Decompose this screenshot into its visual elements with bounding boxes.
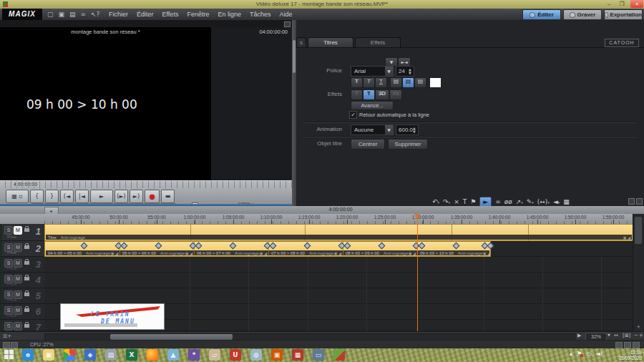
minimize-button[interactable]: – <box>602 0 615 8</box>
lock-icon[interactable] <box>24 261 29 265</box>
start-button[interactable] <box>4 350 15 361</box>
track-name-label[interactable]: Piste : <box>7 250 19 255</box>
range-end-button[interactable]: } <box>45 190 59 203</box>
preview-detach-icon[interactable] <box>284 21 291 27</box>
track-options-icon[interactable]: ☰+ <box>3 333 11 339</box>
chevron-down-icon[interactable]: ▾ <box>449 200 451 205</box>
spinner-down-icon[interactable]: ▼ <box>411 129 417 134</box>
chevron-down-icon[interactable]: ▾ <box>547 200 550 205</box>
mode-button-diter[interactable]: Éditer <box>522 9 561 20</box>
chevron-down-icon[interactable]: ▾ <box>521 200 523 205</box>
maximize-button[interactable]: ❐ <box>615 0 628 8</box>
tray-expand-icon[interactable]: ▴ <box>570 351 572 357</box>
play-range-button[interactable]: (►) <box>114 190 128 203</box>
track-area[interactable]: TitreAnti-rognage▣ ◢04 h 00 > 05 h 00Ant… <box>44 224 633 331</box>
align-right-button[interactable]: ▤ <box>414 77 426 88</box>
scroll-right-icon[interactable]: ▶ <box>577 333 581 338</box>
menu-item[interactable]: En ligne <box>218 11 241 18</box>
taskbar-app-globe-app[interactable]: ◍ <box>250 349 262 361</box>
play-button[interactable]: ► <box>90 190 113 203</box>
center-button[interactable]: Centrer <box>351 139 385 150</box>
mode-button-exportation[interactable]: Exportation <box>604 9 643 20</box>
logo-image-clip[interactable]: LE TRAINDE MANU <box>60 303 165 330</box>
open-project-icon[interactable]: ▣ <box>59 11 65 18</box>
lock-icon[interactable] <box>24 324 29 328</box>
font-select[interactable]: Arial ▼ <box>351 66 394 77</box>
connect-icon[interactable]: ∞ <box>81 11 87 18</box>
tab-titres[interactable]: Titres <box>308 37 353 48</box>
range-start-button[interactable]: { <box>30 190 44 203</box>
track-name-label[interactable]: Piste : <box>7 325 19 329</box>
taskbar-app-file-explorer[interactable]: ▣ <box>43 349 54 361</box>
chevron-down-icon[interactable]: ▾ <box>558 200 560 205</box>
taskbar-clock[interactable]: 13:09 05/09/2020 <box>618 350 642 361</box>
close-button[interactable]: × <box>630 0 643 8</box>
taskbar-app-notes-app[interactable]: ▤ <box>105 349 117 361</box>
taskbar-app-media-app-orange[interactable]: ▣ <box>271 349 283 361</box>
record-button[interactable]: ● <box>145 190 160 203</box>
align-left-button[interactable]: ▤ <box>390 77 402 88</box>
spinner-down-icon[interactable]: ▼ <box>407 71 413 75</box>
monitor-mode-button[interactable]: ▦ ▫ <box>6 190 29 203</box>
jump-start-button[interactable]: |◄ <box>75 190 89 203</box>
display-tray-icon[interactable]: ▭ <box>586 351 592 357</box>
mute-button[interactable]: M <box>14 226 22 235</box>
solo-button[interactable]: S <box>4 226 13 235</box>
outline-effect-button[interactable]: T <box>363 89 375 100</box>
title-clip-track1[interactable]: TitreAnti-rognage▣ ◢ <box>44 224 633 241</box>
taskbar-app-display-app[interactable]: ▭ <box>313 349 324 361</box>
font-color-swatch[interactable] <box>429 77 441 88</box>
options-icon[interactable] <box>636 198 643 205</box>
taskbar-app-excel[interactable]: X <box>126 349 137 361</box>
flag-notification-icon[interactable]: ⚑ <box>577 351 582 357</box>
xs-effect-button[interactable]: Xs <box>389 89 402 100</box>
shadow-effect-button[interactable]: T <box>351 89 363 100</box>
underline-button[interactable]: T <box>375 77 387 88</box>
title-segment[interactable]: 07 h 00 > 08 h 00Anti-rognage▣ ◢ <box>269 250 343 255</box>
new-project-icon[interactable]: ▢ <box>47 11 54 18</box>
title-segment[interactable]: 09 h 00 > 10 h 00Anti-rognage▣ ◢ <box>418 250 489 255</box>
save-project-icon[interactable]: ▤ <box>69 11 76 18</box>
wordwrap-checkbox[interactable]: ✓ <box>349 111 357 119</box>
title-segment[interactable]: 04 h 00 > 05 h 00Anti-rognage▣ ◢ <box>46 250 120 255</box>
advanced-button[interactable]: Avancé... <box>351 101 394 110</box>
menu-item[interactable]: Tâches <box>250 11 271 18</box>
position-bar[interactable]: ▸ 4:00:00:00 <box>0 206 644 214</box>
taskbar-app-photo-viewer[interactable]: ▲ <box>167 349 179 361</box>
jump-end-button[interactable]: ►) <box>130 190 143 203</box>
taskbar-app-design-app[interactable]: ▱ <box>209 349 220 361</box>
track-name-label[interactable]: Piste : <box>7 266 19 270</box>
vscroll-thumb[interactable] <box>635 217 642 244</box>
speaker-tray-icon[interactable]: ◄) <box>596 351 602 357</box>
vertical-scrollbar[interactable]: + <box>633 214 644 331</box>
chevron-down-icon[interactable]: ▼ <box>385 125 393 134</box>
menu-item[interactable]: Effets <box>162 11 179 18</box>
menu-item[interactable]: Fichier <box>109 11 128 18</box>
taskbar-app-firefox[interactable] <box>147 349 158 361</box>
menu-item[interactable]: Aide <box>279 11 292 18</box>
track-lane-5[interactable] <box>44 288 633 304</box>
title-overlay-text[interactable]: 09 h 00 > 10 h 00 <box>26 97 137 112</box>
track-name-label[interactable]: Piste : <box>7 298 19 302</box>
timeline-ruler[interactable]: 45:00:0050:00:0055:00:001:00:00:001:05:0… <box>0 214 644 225</box>
delete-title-button[interactable]: Supprimer <box>388 139 428 150</box>
zoom-out-icon[interactable]: − <box>634 333 638 338</box>
restore-icon[interactable] <box>628 198 635 205</box>
bold-button[interactable]: T <box>351 77 363 88</box>
taskbar-app-media-app-red[interactable]: ▦ <box>292 349 303 361</box>
italic-button[interactable]: T <box>363 77 375 88</box>
taskbar-app-maps-app[interactable]: ◈ <box>84 349 96 361</box>
menu-item[interactable]: Fenêtre <box>187 11 209 18</box>
chevron-down-icon[interactable]: ▾ <box>438 200 440 205</box>
chevron-down-icon[interactable]: ▾ <box>532 200 534 205</box>
lock-icon[interactable] <box>24 245 29 249</box>
track-lane-4[interactable] <box>44 273 633 288</box>
lock-icon[interactable] <box>24 277 29 280</box>
track-name-label[interactable]: Piste : <box>7 313 19 318</box>
track-lane-3[interactable] <box>44 257 633 273</box>
stop-button[interactable]: ▬ <box>161 190 175 203</box>
optimal-view-icon[interactable]: [⊠] <box>623 333 630 338</box>
menu-item[interactable]: Éditer <box>137 11 154 18</box>
track-name-label[interactable]: Piste : <box>7 282 19 286</box>
transport-ruler[interactable] <box>0 181 292 188</box>
